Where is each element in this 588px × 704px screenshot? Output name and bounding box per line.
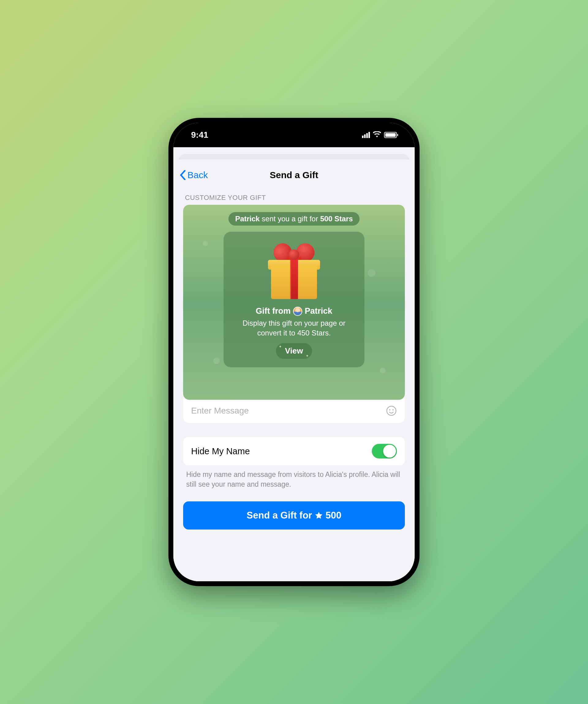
sender-name: Patrick xyxy=(235,215,260,223)
svg-point-2 xyxy=(392,409,393,410)
phone-screen: 9:41 Back Send a Gift CUSTOMIZE YOUR GIF… xyxy=(173,123,415,581)
sender-avatar xyxy=(293,307,302,316)
gift-description: Display this gift on your page or conver… xyxy=(232,318,356,338)
gift-from-line: Gift from Patrick xyxy=(232,306,356,316)
gift-cost: 500 Stars xyxy=(320,215,353,223)
gift-inner-card: Gift from Patrick Display this gift on y… xyxy=(224,232,364,367)
page-title: Send a Gift xyxy=(270,170,318,180)
hide-name-description: Hide my name and message from visitors t… xyxy=(186,470,402,489)
hide-name-label: Hide My Name xyxy=(191,446,250,456)
svg-point-0 xyxy=(387,406,396,415)
gift-from-prefix: Gift from xyxy=(256,306,290,316)
gift-sent-pill: Patrick sent you a gift for 500 Stars xyxy=(228,212,360,226)
message-input-row xyxy=(183,399,405,423)
back-button[interactable]: Back xyxy=(179,170,208,180)
modal-sheet: Back Send a Gift CUSTOMIZE YOUR GIFT Pat… xyxy=(173,160,415,581)
cellular-signal-icon xyxy=(362,132,370,138)
toggle-knob xyxy=(383,445,396,458)
send-button-amount: 500 xyxy=(326,510,341,521)
back-label: Back xyxy=(188,170,208,180)
hide-name-row: Hide My Name xyxy=(183,437,405,465)
view-button-label: View xyxy=(285,346,303,356)
content: CUSTOMIZE YOUR GIFT Patrick sent you a g… xyxy=(173,185,415,530)
status-icons xyxy=(362,131,397,139)
phone-frame: 9:41 Back Send a Gift CUSTOMIZE YOUR GIF… xyxy=(168,118,420,586)
star-icon xyxy=(315,511,323,520)
view-gift-button[interactable]: View xyxy=(276,343,312,359)
hide-name-toggle[interactable] xyxy=(372,444,397,459)
svg-point-1 xyxy=(389,409,390,410)
emoji-picker-button[interactable] xyxy=(386,405,397,416)
nav-bar: Back Send a Gift xyxy=(173,165,415,185)
status-bar: 9:41 xyxy=(173,123,415,147)
chevron-left-icon xyxy=(179,170,186,180)
gift-from-name: Patrick xyxy=(305,306,332,316)
pill-mid-text: sent you a gift for xyxy=(260,215,320,223)
battery-icon xyxy=(384,132,397,138)
gift-preview-card: Patrick sent you a gift for 500 Stars xyxy=(183,205,405,400)
wifi-icon xyxy=(373,131,381,139)
smiley-icon xyxy=(386,405,397,416)
status-time: 9:41 xyxy=(191,130,208,140)
send-button-prefix: Send a Gift for xyxy=(247,510,312,521)
gift-box-icon xyxy=(262,238,326,302)
message-input[interactable] xyxy=(191,406,382,416)
section-header: CUSTOMIZE YOUR GIFT xyxy=(185,194,403,202)
send-gift-button[interactable]: Send a Gift for 500 xyxy=(183,502,405,530)
